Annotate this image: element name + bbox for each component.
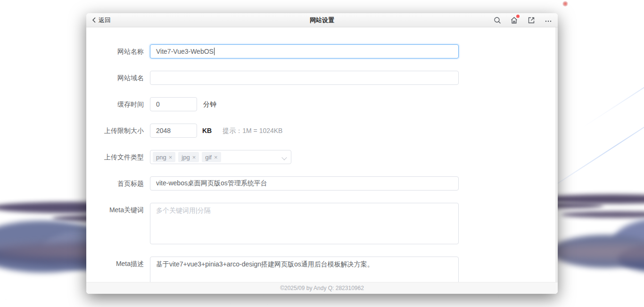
notification-badge xyxy=(516,15,520,18)
tag-label: gif xyxy=(205,154,212,161)
cache-time-input[interactable] xyxy=(150,97,197,111)
back-button[interactable]: 返回 xyxy=(86,13,116,27)
tag-gif: gif × xyxy=(202,152,221,162)
search-icon[interactable] xyxy=(493,16,501,24)
tag-jpg: jpg × xyxy=(178,152,199,162)
tag-label: jpg xyxy=(182,154,190,161)
field-label: 网站域名 xyxy=(86,71,150,85)
meta-keywords-textarea[interactable] xyxy=(150,203,459,244)
chevron-down-icon xyxy=(282,156,287,160)
field-label: 上传限制大小 xyxy=(86,124,150,138)
back-label: 返回 xyxy=(99,16,111,25)
chevron-left-icon xyxy=(92,17,96,23)
tag-remove-icon[interactable]: × xyxy=(169,154,173,160)
upload-limit-unit: KB xyxy=(202,124,212,138)
upload-limit-hint: 提示：1M = 1024KB xyxy=(223,124,282,138)
form-row-upload-types: 上传文件类型 png × jpg × gif × xyxy=(86,150,558,164)
upload-limit-input[interactable] xyxy=(150,124,197,138)
home-icon[interactable] xyxy=(510,16,518,24)
shooting-star xyxy=(581,56,644,129)
form-row-site-domain: 网站域名 xyxy=(86,71,558,85)
field-label: 首页标题 xyxy=(86,176,150,191)
site-name-value: Vite7-Vue3-WebOS xyxy=(156,48,214,55)
scrollbar[interactable] xyxy=(555,27,558,282)
field-label: 缓存时间 xyxy=(86,97,150,111)
window-header: 返回 网站设置 xyxy=(86,13,558,27)
header-icons xyxy=(493,16,558,24)
site-domain-input[interactable] xyxy=(150,71,459,85)
form-row-meta-keywords: Meta关键词 xyxy=(86,203,558,244)
field-label: Meta描述 xyxy=(86,257,150,271)
tag-remove-icon[interactable]: × xyxy=(192,154,196,160)
cache-time-unit: 分钟 xyxy=(203,97,216,111)
tag-remove-icon[interactable]: × xyxy=(214,154,218,160)
window-footer: ©2025/09 by Andy Q: 282310962 xyxy=(86,282,558,294)
field-label: Meta关键词 xyxy=(86,203,150,217)
tag-label: png xyxy=(156,154,166,161)
settings-window: 返回 网站设置 xyxy=(86,13,558,294)
cloud xyxy=(561,211,644,218)
text-caret xyxy=(214,48,215,55)
form-row-site-name: 网站名称 Vite7-Vue3-WebOS xyxy=(86,44,558,58)
form-row-cache-time: 缓存时间 分钟 xyxy=(86,97,558,111)
field-label: 网站名称 xyxy=(86,44,150,58)
site-name-input[interactable]: Vite7-Vue3-WebOS xyxy=(150,44,459,58)
external-link-icon[interactable] xyxy=(527,16,535,24)
form-row-home-title: 首页标题 xyxy=(86,176,558,191)
tag-png: png × xyxy=(153,152,175,162)
settings-form: 网站名称 Vite7-Vue3-WebOS 网站域名 缓存时间 分钟 上传限制大… xyxy=(86,27,558,294)
star-field xyxy=(0,0,0,0)
home-title-input[interactable] xyxy=(150,176,459,191)
upload-types-select[interactable]: png × jpg × gif × xyxy=(150,150,291,164)
field-label: 上传文件类型 xyxy=(86,150,150,164)
form-row-upload-limit: 上传限制大小 KB 提示：1M = 1024KB xyxy=(86,124,558,138)
more-icon[interactable] xyxy=(544,16,552,24)
window-title: 网站设置 xyxy=(86,16,558,25)
red-star xyxy=(562,1,569,7)
